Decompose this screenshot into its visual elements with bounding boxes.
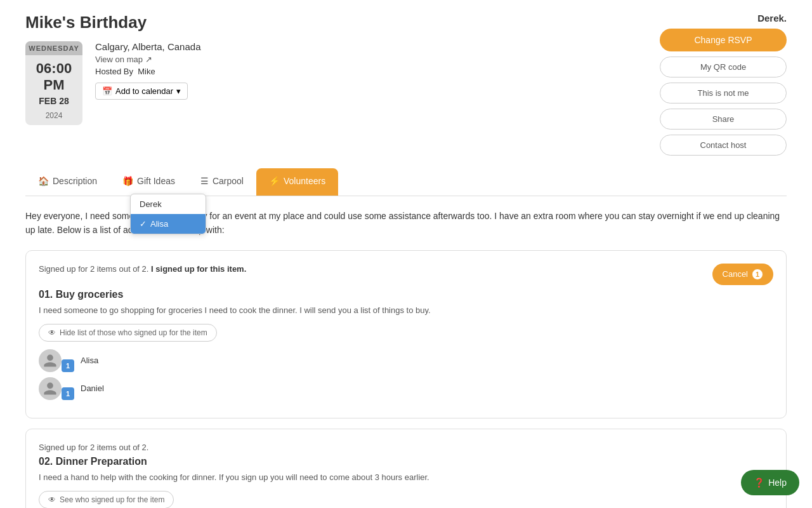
eye-icon-1: 👁 [48,328,56,337]
calendar-time: 06:00 PM [25,55,82,95]
hosted-by: Hosted By Mike [95,67,201,76]
add-calendar-button[interactable]: 📅 Add to calendar ▾ [95,83,188,100]
tab-description[interactable]: 🏠 Description [25,168,110,196]
help-button[interactable]: ❓ Help [741,470,799,495]
signup-item-alisa: 1 Alisa [39,349,773,372]
list-icon: ☰ [200,176,209,186]
this-is-not-me-button[interactable]: This is not me [660,83,787,104]
num-badge-daniel: 1 [62,387,74,400]
main-content: Hey everyone, I need some help getting r… [25,209,787,508]
tab-carpool[interactable]: ☰ Carpool [188,168,256,196]
user-name: Derek. [757,13,787,23]
sidebar: Derek. Change RSVP My QR code This is no… [660,13,787,156]
signup-name-daniel: Daniel [81,384,104,393]
tab-gift-ideas[interactable]: 🎁 Gift Ideas [110,168,188,196]
card-2-signup-info: Signed up for 2 items out of 2. [39,442,148,452]
user-dropdown-container: Derek ✓ Alisa [130,194,206,234]
card-1-signup-info: Signed up for 2 items out of 2. I signed… [39,264,246,274]
calendar-date: FEB 28 [25,95,82,107]
home-icon: 🏠 [38,176,49,186]
chevron-down-icon: ▾ [176,86,181,96]
cancel-button-1[interactable]: Cancel 1 [712,264,773,285]
calendar-widget: WEDNESDAY 06:00 PM FEB 28 2024 [25,41,82,125]
card-2-title: 02. Dinner Preparation [39,456,773,467]
signup-name-alisa: Alisa [81,356,98,365]
my-qr-code-button[interactable]: My QR code [660,57,787,77]
volunteer-card-2: Signed up for 2 items out of 2. 02. Dinn… [25,429,787,508]
question-icon: ❓ [754,478,764,488]
share-button[interactable]: Share [660,109,787,130]
event-details: Calgary, Alberta, Canada View on map ↗ H… [95,41,201,100]
card-2-header: Signed up for 2 items out of 2. [39,442,773,452]
calendar-day: WEDNESDAY [25,41,82,55]
toggle-list-button-1[interactable]: 👁 Hide list of those who signed up for t… [39,324,217,342]
eye-icon-2: 👁 [48,495,56,504]
event-title: Mike's Birthday [25,13,201,32]
card-1-header: Signed up for 2 items out of 2. I signed… [39,264,773,285]
change-rsvp-button[interactable]: Change RSVP [660,29,787,51]
cancel-badge-1: 1 [752,269,763,280]
card-1-title: 01. Buy groceries [39,289,773,300]
volunteer-card-1: Signed up for 2 items out of 2. I signed… [25,250,787,418]
num-badge-alisa: 1 [62,359,74,372]
calendar-year: 2024 [25,107,82,125]
dropdown-item-alisa[interactable]: ✓ Alisa [131,214,206,234]
dropdown-item-derek[interactable]: Derek [131,194,206,214]
gift-icon: 🎁 [122,176,133,186]
avatar-daniel [39,377,62,400]
lightning-icon: ⚡ [269,176,280,186]
user-dropdown[interactable]: Derek ✓ Alisa [130,194,206,234]
event-location: Calgary, Alberta, Canada [95,41,201,52]
calendar-icon: 📅 [102,86,112,96]
checkmark-icon: ✓ [140,219,147,229]
view-map-anchor[interactable]: View on map ↗ [95,55,152,64]
signup-item-daniel: 1 Daniel [39,377,773,400]
card-2-desc: I need a hand to help with the cooking f… [39,472,773,482]
contact-host-button[interactable]: Contact host [660,135,787,156]
signups-list-1: 1 Alisa 1 Daniel [39,349,773,400]
see-who-button-2[interactable]: 👁 See who signed up for the item [39,491,174,508]
avatar-alisa [39,349,62,372]
tab-volunteers[interactable]: ⚡ Volunteers [256,168,338,196]
card-1-desc: I need someone to go shopping for grocer… [39,305,773,315]
tabs-bar: 🏠 Description 🎁 Gift Ideas ☰ Carpool ⚡ V… [25,168,787,196]
view-map-link[interactable]: View on map ↗ [95,55,201,64]
